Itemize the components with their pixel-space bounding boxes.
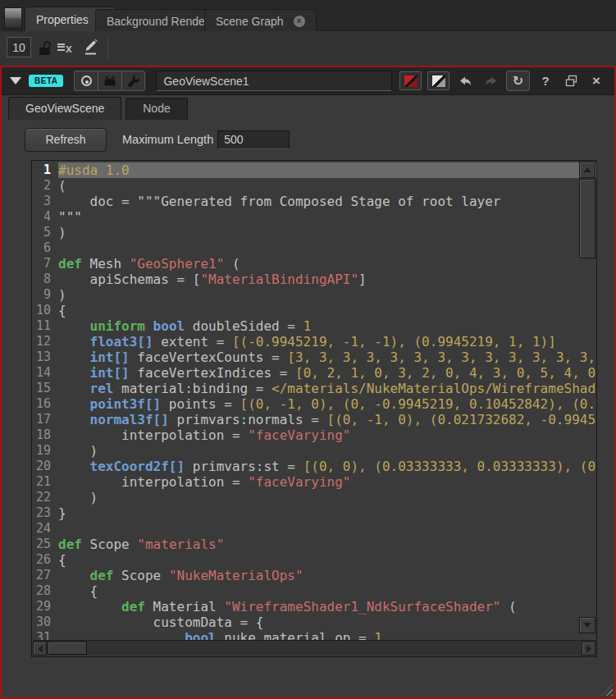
tab-node[interactable]: Node bbox=[125, 98, 187, 120]
line-number: 9 bbox=[32, 287, 58, 303]
code-text: interpolation = "faceVarying" bbox=[58, 474, 596, 490]
code-text: def Mesh "GeoSphere1" ( bbox=[58, 256, 596, 272]
gl-color-swatch-button[interactable] bbox=[427, 71, 449, 90]
code-text: apiSchemas = ["MaterialBindingAPI"] bbox=[58, 272, 596, 287]
line-number: 24 bbox=[32, 521, 58, 537]
code-line: 11 uniform bool doubleSided = 1 bbox=[32, 318, 596, 334]
resize-grip[interactable] bbox=[601, 684, 613, 696]
code-text: ) bbox=[58, 490, 596, 505]
lock-icon[interactable] bbox=[39, 39, 53, 56]
code-text: """ bbox=[58, 209, 596, 225]
vertical-scrollbar[interactable] bbox=[579, 162, 595, 633]
header-right-icons: ↻ ? × bbox=[399, 71, 606, 91]
line-number: 12 bbox=[32, 334, 58, 350]
code-line: 14 int[] faceVertexIndices = [0, 2, 1, 0… bbox=[32, 365, 596, 381]
properties-toolbar: x bbox=[0, 31, 616, 66]
max-panels-input[interactable] bbox=[7, 37, 31, 57]
code-line: 24 bbox=[32, 521, 596, 537]
header-button-group bbox=[74, 71, 145, 91]
redo-arrow-icon bbox=[485, 76, 497, 86]
line-number: 27 bbox=[32, 568, 58, 583]
code-line: 28 { bbox=[32, 583, 596, 599]
scroll-right-button[interactable] bbox=[582, 642, 595, 656]
code-line: 9) bbox=[32, 287, 596, 303]
center-node-button[interactable] bbox=[74, 71, 98, 91]
code-text: point3f[] points = [(0, -1, 0), (0, -0.9… bbox=[58, 396, 596, 412]
line-number: 6 bbox=[32, 240, 58, 256]
wrench-icon bbox=[128, 75, 139, 88]
scroll-up-button[interactable] bbox=[579, 162, 595, 178]
code-text: int[] faceVertexIndices = [0, 2, 1, 0, 3… bbox=[58, 365, 596, 381]
node-display-button[interactable] bbox=[98, 71, 121, 91]
vertical-scrollbar-thumb[interactable] bbox=[579, 179, 595, 258]
line-number: 25 bbox=[32, 537, 58, 552]
code-line: 29 def Material "WireframeShader1_NdkSur… bbox=[32, 599, 596, 614]
close-all-panels-icon[interactable]: x bbox=[57, 42, 79, 55]
code-text: texCoord2f[] primvars:st = [(0, 0), (0.0… bbox=[58, 459, 596, 474]
code-line: 25def Scope "materials" bbox=[32, 537, 596, 552]
code-line: 1#usda 1.0 bbox=[32, 162, 596, 178]
help-button[interactable]: ? bbox=[536, 71, 555, 90]
float-window-button[interactable] bbox=[561, 71, 581, 90]
code-line: 17 normal3f[] primvars:normals = [(0, -1… bbox=[32, 412, 596, 427]
close-tab-icon[interactable]: × bbox=[294, 16, 305, 27]
code-text: rel material:binding = </materials/NukeM… bbox=[58, 381, 596, 396]
node-name-field[interactable] bbox=[156, 71, 392, 91]
node-panel-header: BETA bbox=[2, 67, 614, 95]
revert-button[interactable]: ↻ bbox=[506, 71, 530, 91]
monitor-icon bbox=[103, 75, 116, 87]
toolbar-separator bbox=[107, 38, 108, 59]
usd-code-editor[interactable]: 1#usda 1.02(3 doc = """Generated from Co… bbox=[31, 160, 597, 657]
line-number: 21 bbox=[32, 474, 58, 490]
edit-pencil-icon[interactable] bbox=[82, 38, 98, 57]
maximum-length-label: Maximum Length bbox=[122, 133, 213, 146]
code-line: 27 def Scope "NukeMaterialOps" bbox=[32, 568, 596, 583]
undo-button[interactable] bbox=[455, 71, 475, 90]
code-line: 5) bbox=[32, 225, 596, 240]
scroll-left-button[interactable] bbox=[33, 642, 47, 656]
code-text: { bbox=[58, 552, 596, 568]
tab-label: Properties bbox=[36, 13, 89, 26]
settings-wrench-button[interactable] bbox=[121, 71, 145, 91]
redo-button[interactable] bbox=[481, 71, 500, 90]
horizontal-scrollbar[interactable] bbox=[33, 640, 595, 656]
line-number: 23 bbox=[32, 505, 58, 521]
code-text: { bbox=[58, 303, 596, 318]
line-number: 18 bbox=[32, 427, 58, 443]
code-line: 23} bbox=[32, 505, 596, 521]
node-properties-panel: BETA bbox=[0, 66, 616, 699]
maximum-length-input[interactable] bbox=[217, 130, 290, 149]
code-text: ) bbox=[58, 287, 596, 303]
node-color-swatch-button[interactable] bbox=[399, 71, 422, 90]
code-line: 10{ bbox=[32, 303, 596, 318]
close-icon: × bbox=[592, 74, 600, 88]
node-panel-tabs: GeoViewScene Node bbox=[8, 96, 188, 120]
code-lines: 1#usda 1.02(3 doc = """Generated from Co… bbox=[32, 162, 596, 656]
window-tab-bar: Properties × Background Renders × Scene … bbox=[0, 0, 616, 31]
line-number: 7 bbox=[32, 256, 58, 272]
refresh-button[interactable]: Refresh bbox=[25, 128, 107, 152]
code-line: 18 interpolation = "faceVarying" bbox=[32, 427, 596, 443]
code-text: float3[] extent = [(-0.9945219, -1, -1),… bbox=[58, 334, 596, 350]
scroll-down-button[interactable] bbox=[579, 617, 595, 633]
code-line: 8 apiSchemas = ["MaterialBindingAPI"] bbox=[32, 272, 596, 287]
pane-menu-icon[interactable] bbox=[4, 7, 22, 29]
tab-label: Scene Graph bbox=[216, 15, 284, 28]
tab-geoviewscene[interactable]: GeoViewScene bbox=[8, 97, 121, 120]
line-number: 11 bbox=[32, 318, 58, 334]
collapse-triangle-icon[interactable] bbox=[10, 77, 21, 85]
line-number: 2 bbox=[32, 178, 58, 194]
tab-scene-graph[interactable]: Scene Graph × bbox=[204, 9, 317, 32]
line-number: 5 bbox=[32, 225, 58, 240]
line-number: 15 bbox=[32, 381, 58, 396]
code-text: uniform bool doubleSided = 1 bbox=[58, 318, 596, 334]
code-line: 19 ) bbox=[32, 443, 596, 459]
code-line: 6 bbox=[32, 240, 596, 256]
beta-badge: BETA bbox=[29, 75, 63, 87]
code-line: 12 float3[] extent = [(-0.9945219, -1, -… bbox=[32, 334, 596, 350]
revert-icon: ↻ bbox=[513, 75, 523, 88]
red-color-swatch-icon bbox=[404, 75, 418, 87]
horizontal-scrollbar-thumb[interactable] bbox=[48, 642, 87, 655]
help-icon: ? bbox=[541, 75, 549, 87]
close-panel-button[interactable]: × bbox=[586, 71, 606, 90]
